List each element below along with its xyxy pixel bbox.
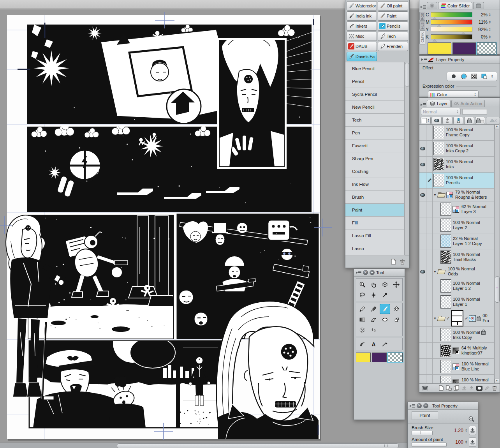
new-subtool-icon[interactable] (391, 259, 396, 265)
layer-color-button[interactable]: ▲▼ (421, 117, 431, 124)
layer-row-layer-1[interactable]: 100 % NormalLayer 1 (419, 294, 495, 310)
property-stepper[interactable]: ▲▼ (465, 440, 467, 444)
layer-row-tnail-blacks[interactable]: 100 % NormalTnail Blacks (419, 249, 495, 265)
new-layer-icon[interactable] (438, 385, 444, 391)
subtool-item-fawcett[interactable]: Fawcett (345, 139, 405, 152)
panel-menu-icon[interactable] (356, 271, 361, 275)
opacity-field[interactable] (462, 109, 487, 115)
visibility-cell[interactable] (419, 173, 426, 188)
property-slider[interactable] (412, 443, 447, 447)
brush-category-misc[interactable]: Misc (347, 32, 377, 41)
panel-menu-icon[interactable] (421, 58, 427, 62)
canvas-artwork[interactable] (0, 9, 345, 443)
apply-mask-icon[interactable] (484, 386, 490, 391)
visibility-cell[interactable] (419, 201, 426, 217)
close-icon[interactable]: ✕ (363, 270, 368, 275)
sub-color-swatch[interactable] (372, 353, 387, 362)
edit-cell[interactable] (426, 141, 433, 156)
draft-marker-button[interactable] (453, 117, 463, 124)
tool-pencil-icon[interactable] (357, 304, 368, 314)
tool-rotate-icon[interactable] (380, 279, 391, 289)
edit-cell[interactable] (426, 294, 433, 310)
panel-menu-icon[interactable] (421, 5, 426, 9)
visibility-cell[interactable] (419, 217, 426, 233)
subtool-item-fill[interactable]: Fill (345, 217, 405, 229)
visibility-cell[interactable] (419, 375, 426, 384)
visibility-cell[interactable] (419, 125, 426, 140)
brush-category-frenden[interactable]: Frenden (378, 42, 408, 51)
visibility-cell[interactable] (419, 327, 426, 342)
color-model-tab-cmyk[interactable]: CMYK (419, 30, 425, 44)
dynamics-button[interactable] (469, 426, 476, 435)
tool-curve-icon[interactable] (357, 339, 368, 349)
tool-marker-icon[interactable] (368, 304, 379, 314)
subtool-item-new-pencil[interactable]: New Pencil (345, 101, 405, 114)
expand-triangle-icon[interactable]: ▼ (433, 193, 437, 197)
eye-icon[interactable] (420, 163, 425, 166)
layers-stack-icon[interactable] (422, 386, 428, 390)
subtool-item-brush[interactable]: Brush (345, 191, 405, 204)
delete-subtool-icon[interactable] (400, 259, 405, 265)
brush-category-paint[interactable]: Paint (378, 11, 408, 21)
brush-category-inkers[interactable]: Inkers (347, 21, 377, 31)
property-stepper[interactable]: ▲▼ (465, 429, 467, 432)
layer-row-frame-copy[interactable]: 100 % NormalFrame Copy (419, 125, 495, 141)
edit-cell[interactable] (426, 265, 433, 278)
visibility-cell[interactable] (419, 278, 426, 294)
layer-row-roughs-letters[interactable]: ▼79 % NormalRoughs & letters (419, 189, 495, 201)
tool-move-icon[interactable] (391, 279, 401, 289)
subtool-item-pen[interactable]: Pen (345, 127, 405, 139)
edit-cell[interactable] (426, 278, 433, 294)
tool-ruler-icon[interactable] (380, 339, 391, 349)
lock-layer-button[interactable] (464, 117, 474, 124)
color-model-tab-hls[interactable]: HLS (419, 21, 425, 30)
tool-wand-icon[interactable] (368, 290, 379, 300)
sub-color-swatch[interactable] (452, 42, 476, 55)
main-color-swatch[interactable] (356, 353, 371, 362)
close-icon[interactable]: ✕ (417, 403, 422, 408)
dynamics-button[interactable] (469, 437, 476, 447)
duplicate-layer-icon[interactable] (454, 385, 460, 391)
tool-bucket-icon[interactable] (391, 304, 401, 314)
channel-stepper[interactable]: ▲▼ (489, 28, 491, 32)
brush-category-tech[interactable]: Tech (378, 32, 408, 41)
subtool-item-tech[interactable]: Tech (345, 114, 405, 127)
tab-color-wheel[interactable] (427, 2, 437, 9)
channel-track[interactable] (431, 19, 472, 25)
edit-cell[interactable] (426, 125, 433, 140)
tool-zoom-icon[interactable] (357, 279, 368, 289)
channel-stepper[interactable]: ▲▼ (489, 35, 491, 39)
subtool-item-paint[interactable]: Paint (345, 204, 405, 217)
visibility-cell[interactable] (419, 249, 426, 265)
panel-menu-icon[interactable] (421, 103, 426, 107)
minimize-icon[interactable]: – (423, 403, 428, 408)
beacon-button[interactable] (442, 117, 452, 124)
edit-cell[interactable] (426, 310, 433, 326)
ruler-range-button[interactable] (486, 117, 500, 124)
horizontal-scrollbar[interactable] (0, 443, 407, 448)
property-value[interactable]: 100 (448, 439, 463, 445)
layer-row-inks[interactable]: 100 % NormalInks (419, 157, 495, 173)
layer-row-blue-line[interactable]: 100 % NormalBlue Line (419, 359, 495, 375)
tab-layer[interactable]: Layer (427, 100, 451, 107)
subtool-item-sharp-pen[interactable]: Sharp Pen (345, 152, 405, 165)
edit-cell[interactable] (426, 189, 433, 201)
edit-cell[interactable] (426, 249, 433, 265)
layer-row-inks-copy-2[interactable]: 100 % NormalInks Copy 2 (419, 141, 495, 157)
channel-stepper[interactable]: ▲▼ (489, 13, 491, 17)
tool-text-icon[interactable]: A (368, 339, 379, 349)
trash-icon[interactable] (492, 385, 497, 391)
subtool-item-lasso[interactable]: Lasso (345, 242, 405, 255)
tab-color-set[interactable] (473, 2, 484, 9)
visibility-cell[interactable] (419, 294, 426, 310)
brush-category-watercolor[interactable]: Watercolor (347, 1, 377, 11)
slider-thumb[interactable] (461, 32, 465, 34)
visibility-cell[interactable] (419, 310, 426, 326)
subtool-item-blue-pencil[interactable]: Blue Pencil (345, 62, 405, 75)
channel-track[interactable] (431, 34, 472, 39)
tool-blend-icon[interactable] (368, 325, 379, 335)
edit-cell[interactable] (426, 173, 433, 188)
slider-thumb[interactable] (437, 24, 441, 27)
visibility-cell[interactable] (419, 141, 426, 156)
effect-blue-circle-icon[interactable] (460, 73, 467, 79)
